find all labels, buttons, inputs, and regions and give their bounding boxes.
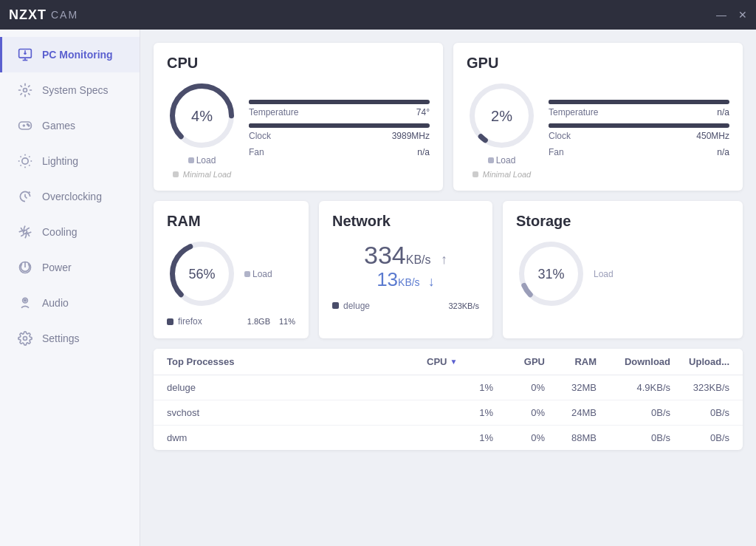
cpu-minimal-load: Minimal Load xyxy=(173,170,231,179)
ram-dot xyxy=(244,271,250,277)
cpu-clock-label-text: Clock xyxy=(249,131,271,141)
cpu-fan-row: Fan n/a xyxy=(249,147,430,157)
svg-point-26 xyxy=(24,337,27,341)
download-arrow-icon: ↓ xyxy=(428,274,435,289)
sidebar-item-audio[interactable]: Audio xyxy=(0,285,140,321)
cpu-temp-bar-fill xyxy=(249,100,382,104)
cpu-load-sub: Load xyxy=(188,155,216,165)
cpu-clock-row: Clock 3989MHz xyxy=(249,123,430,141)
storage-card: Storage 31% Load xyxy=(503,201,743,338)
monitor-icon xyxy=(17,47,33,63)
cpu-clock-value: 3989MHz xyxy=(392,131,430,141)
network-process-val: 323KB/s xyxy=(448,301,479,310)
gpu-temp-row: Temperature n/a xyxy=(549,100,729,117)
lighting-icon xyxy=(17,153,33,169)
cpu-title: CPU xyxy=(167,55,430,72)
gpu-fan-label: Fan n/a xyxy=(549,147,729,157)
cpu-stats: Temperature 74° Clock 3989MHz xyxy=(249,100,430,160)
sidebar-item-system-specs[interactable]: System Specs xyxy=(0,72,140,108)
ram-load-label: Load xyxy=(252,269,272,279)
process-upload: 323KB/s xyxy=(670,382,729,393)
sidebar-label-power: Power xyxy=(42,262,72,273)
process-upload: 0B/s xyxy=(670,432,729,443)
network-inner: 334KB/s ↑ 13KB/s ↓ xyxy=(332,239,479,293)
gpu-title: GPU xyxy=(467,55,729,72)
gpu-temp-value: n/a xyxy=(717,107,729,117)
network-card: Network 334KB/s ↑ 13KB/s ↓ deluge 323KB/… xyxy=(319,201,492,338)
col-ram-header: RAM xyxy=(545,356,597,367)
gpu-load-label: Load xyxy=(496,155,516,165)
settings-icon xyxy=(17,330,33,347)
col-processes: Top Processes xyxy=(167,356,427,367)
cpu-gauge: 4% xyxy=(167,81,237,151)
network-process-row: deluge 323KB/s xyxy=(332,301,479,311)
network-upload-row: 334KB/s ↑ xyxy=(332,242,479,269)
col-cpu-header[interactable]: CPU ▼ xyxy=(427,356,493,367)
process-gpu: 0% xyxy=(493,432,545,443)
processes-table: Top Processes CPU ▼ GPU RAM Download Upl… xyxy=(154,349,743,450)
titlebar: NZXT CAM — ✕ xyxy=(0,0,756,30)
gpu-fan-row: Fan n/a xyxy=(549,147,729,157)
process-cpu: 1% xyxy=(427,407,493,418)
gpu-percent: 2% xyxy=(491,107,512,124)
ram-inner: 56% Load xyxy=(167,239,295,309)
cpu-card: CPU 4% xyxy=(154,43,443,191)
process-upload: 0B/s xyxy=(670,407,729,418)
svg-line-15 xyxy=(29,165,30,165)
table-row: dwm 1% 0% 88MB 0B/s 0B/s xyxy=(154,426,743,450)
cpu-clock-bar-bg xyxy=(249,123,430,128)
sidebar-item-cooling[interactable]: Cooling xyxy=(0,214,140,250)
gpu-clock-bar-bg xyxy=(549,123,729,128)
ram-gauge-text: 56% xyxy=(188,266,215,281)
cpu-fan-label: Fan n/a xyxy=(249,147,430,157)
col-gpu-header: GPU xyxy=(493,356,545,367)
gpu-clock-bar-fill xyxy=(549,123,630,128)
cooling-icon xyxy=(17,224,33,240)
process-download: 4.9KB/s xyxy=(597,382,670,393)
gpu-fan-label-text: Fan xyxy=(549,147,564,157)
sidebar-item-settings[interactable]: Settings xyxy=(0,321,140,356)
ram-title: RAM xyxy=(167,213,295,230)
process-ram: 24MB xyxy=(545,407,597,418)
main-content: CPU 4% xyxy=(140,30,756,546)
gpu-clock-row: Clock 450MHz xyxy=(549,123,729,141)
cpu-temp-value: 74° xyxy=(416,107,430,117)
network-upload-unit: KB/s xyxy=(406,253,431,266)
col-upload-header: Upload... xyxy=(670,356,729,367)
row-ram-net-storage: RAM 56% Load xyxy=(154,201,743,338)
cpu-inner: 4% Load Minimal Load xyxy=(167,81,430,179)
svg-point-5 xyxy=(24,89,27,92)
sidebar-item-games[interactable]: Games xyxy=(0,108,140,143)
cpu-clock-bar-fill xyxy=(249,123,402,128)
sidebar-item-power[interactable]: Power xyxy=(0,250,140,285)
cpu-temp-label: Temperature 74° xyxy=(249,107,430,117)
ram-percent: 56% xyxy=(188,266,215,281)
process-ram: 88MB xyxy=(545,432,597,443)
cpu-temp-bar-bg xyxy=(249,100,430,104)
sidebar-item-lighting[interactable]: Lighting xyxy=(0,143,140,179)
sidebar-item-overclocking[interactable]: Overclocking xyxy=(0,179,140,214)
close-button[interactable]: ✕ xyxy=(738,10,747,20)
sidebar-label-pc-monitoring: PC Monitoring xyxy=(42,49,113,61)
svg-point-10 xyxy=(28,125,30,126)
gpu-clock-value: 450MHz xyxy=(696,131,729,141)
ram-load-sub: Load xyxy=(244,269,272,279)
sidebar-label-lighting: Lighting xyxy=(42,155,78,167)
cpu-minimal-dot xyxy=(173,171,179,177)
sidebar-label-overclocking: Overclocking xyxy=(42,191,102,202)
cpu-clock-label: Clock 3989MHz xyxy=(249,131,430,141)
storage-title: Storage xyxy=(516,213,729,230)
ram-gauge: 56% xyxy=(167,239,237,309)
sidebar-item-pc-monitoring[interactable]: PC Monitoring xyxy=(0,37,140,72)
svg-point-25 xyxy=(24,299,27,301)
power-icon xyxy=(17,259,33,276)
table-row: deluge 1% 0% 32MB 4.9KB/s 323KB/s xyxy=(154,375,743,400)
ram-process-name: firefox xyxy=(178,316,243,327)
network-process-dot xyxy=(332,302,339,309)
gpu-stats: Temperature n/a Clock 450MHz xyxy=(549,100,729,160)
storage-gauge: 31% xyxy=(516,239,586,309)
minimize-button[interactable]: — xyxy=(716,10,726,20)
gpu-card: GPU 2% xyxy=(453,43,743,191)
gpu-temp-label: Temperature n/a xyxy=(549,107,729,117)
storage-percent: 31% xyxy=(537,266,564,281)
